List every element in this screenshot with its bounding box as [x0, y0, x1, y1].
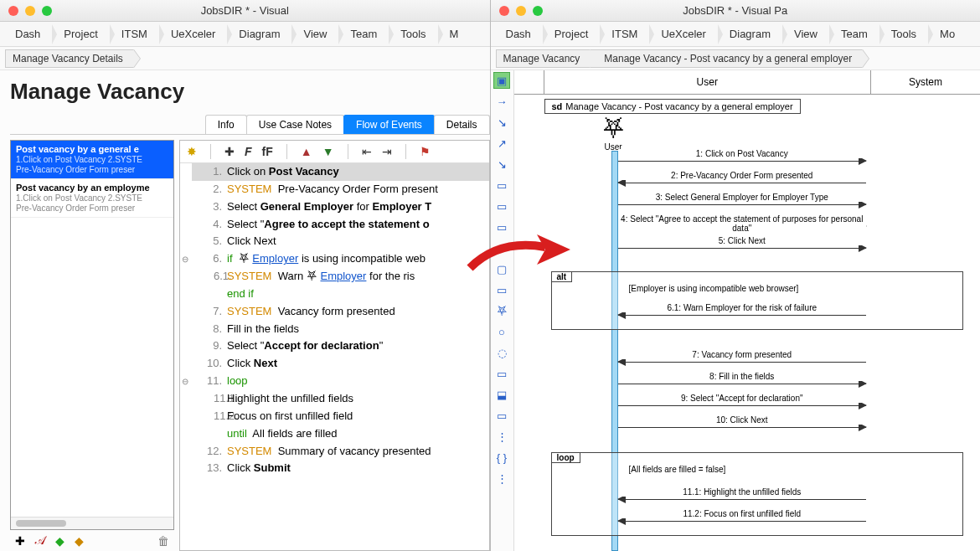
menu-team[interactable]: Team	[829, 24, 879, 44]
menu-mo[interactable]: Mo	[928, 24, 967, 44]
breadcrumb-item[interactable]: Manage Vacancy	[496, 49, 591, 68]
palette-tool-5[interactable]: ▭	[493, 177, 510, 193]
message[interactable]: 11.1: Highlight the unfilled fields	[618, 492, 867, 506]
menu-view[interactable]: View	[291, 24, 338, 44]
breadcrumb-item[interactable]: Manage Vacancy - Post vacancy by a gener…	[590, 49, 863, 68]
step-row[interactable]: 3.Select General Employer for Employer T	[192, 198, 489, 216]
lane-user: User	[544, 70, 872, 94]
step-row[interactable]: until All fields are filled	[192, 425, 489, 443]
step-row[interactable]: ⊖6.if ⛧ Employer is using incompatible w…	[192, 250, 489, 268]
close-icon[interactable]	[8, 6, 18, 16]
menu-dash[interactable]: Dash	[494, 24, 543, 44]
scenario-item[interactable]: Post vacancy by a general e1.Click on Po…	[11, 141, 173, 179]
palette-tool-10[interactable]: ▭	[493, 281, 510, 298]
menu-team[interactable]: Team	[338, 24, 389, 44]
step-row[interactable]: 5.Click Next	[192, 233, 489, 250]
indent-icon[interactable]: ⇥	[382, 145, 392, 158]
up-icon[interactable]: ▲	[301, 145, 312, 158]
menu-view[interactable]: View	[782, 24, 829, 44]
step-row[interactable]: ⊖11.loop	[192, 373, 489, 390]
message[interactable]: 8: Fill in the fields	[618, 377, 867, 390]
minimize-icon[interactable]	[516, 6, 526, 16]
step-row[interactable]: 8.Fill in the fields	[192, 321, 489, 338]
close-icon[interactable]	[499, 6, 509, 16]
down-icon[interactable]: ▼	[322, 145, 334, 158]
message[interactable]: 4: Select "Agree to accept the statement…	[618, 219, 867, 233]
palette-tool-12[interactable]: ○	[493, 323, 510, 340]
outdent-icon[interactable]: ⇤	[362, 145, 372, 158]
step-row[interactable]: 11.2.Focus on first unfilled field	[192, 408, 489, 425]
palette-tool-2[interactable]: ↘	[493, 114, 510, 131]
step-row[interactable]: 2.SYSTEM Pre-Vacancy Order Form present	[192, 181, 489, 198]
menu-uexceler[interactable]: UeXceler	[649, 24, 717, 44]
menu-dash[interactable]: Dash	[3, 24, 52, 44]
sequence-diagram[interactable]: User System sd Manage Vacancy - Post vac…	[514, 70, 981, 551]
palette-tool-15[interactable]: ⬓	[493, 386, 510, 403]
palette-tool-1[interactable]: →	[493, 93, 510, 110]
steps[interactable]: 1.Click on Post Vacancy2.SYSTEM Pre-Vaca…	[180, 163, 489, 550]
palette-tool-7[interactable]: ▭	[493, 219, 510, 235]
message[interactable]: 3: Select General Employer for Employer …	[618, 198, 867, 211]
step-row[interactable]: 11.1.Highlight the unfilled fields	[192, 390, 489, 408]
zoom-icon[interactable]	[533, 6, 543, 16]
palette-tool-3[interactable]: ↗	[493, 135, 510, 152]
tab-use-case-notes[interactable]: Use Case Notes	[246, 115, 344, 134]
menu-tools[interactable]: Tools	[389, 24, 437, 44]
palette-tool-0[interactable]: ▣	[493, 72, 510, 89]
new-icon[interactable]: ✸	[187, 145, 197, 158]
palette-tool-18[interactable]: { }	[493, 449, 510, 466]
scrollbar[interactable]	[11, 518, 173, 529]
message[interactable]: 2: Pre-Vacancy Order Form presented	[618, 176, 867, 189]
message[interactable]: 7: Vacancy form presented	[618, 355, 867, 368]
format-icon[interactable]: F	[245, 145, 252, 158]
palette-tool-16[interactable]: ▭	[493, 407, 510, 424]
menu-diagram[interactable]: Diagram	[718, 24, 782, 44]
tab-flow-of-events[interactable]: Flow of Events	[343, 115, 435, 134]
message[interactable]: 9: Select "Accept for declaration"	[618, 399, 867, 412]
step-row[interactable]: 4.Select "Agree to accept the statement …	[192, 216, 489, 234]
message[interactable]: 6.1: Warn Employer for the risk of failu…	[618, 308, 867, 322]
minimize-icon[interactable]	[25, 6, 35, 16]
zoom-icon[interactable]	[42, 6, 52, 16]
step-row[interactable]: 9.Select "Accept for declaration"	[192, 337, 489, 355]
message[interactable]: 11.2: Focus on first unfilled field	[618, 514, 867, 528]
menu-tools[interactable]: Tools	[879, 24, 928, 44]
palette-tool-19[interactable]: ⋮	[493, 470, 510, 487]
scenario-item[interactable]: Post vacancy by an employme1.Click on Po…	[11, 179, 173, 218]
palette-tool-17[interactable]: ⋮	[493, 428, 510, 445]
add-button[interactable]: ✚	[15, 534, 25, 548]
font-icon[interactable]: fF	[262, 145, 273, 158]
palette-tool-14[interactable]: ▭	[493, 365, 510, 382]
menu-itsm[interactable]: ITSM	[110, 24, 159, 44]
menu-diagram[interactable]: Diagram	[227, 24, 291, 44]
palette-tool-4[interactable]: ↘	[493, 156, 510, 173]
tab-details[interactable]: Details	[434, 115, 490, 134]
wand-icon[interactable]: 𝒜	[35, 533, 45, 548]
menu-m[interactable]: M	[438, 24, 471, 44]
palette-tool-13[interactable]: ◌	[493, 344, 510, 361]
message[interactable]: 5: Click Next	[618, 241, 867, 255]
flag-icon[interactable]: ⚑	[420, 145, 431, 158]
diamond-green-icon[interactable]: ◆	[55, 534, 64, 548]
message[interactable]: 10: Click Next	[618, 420, 867, 434]
step-row[interactable]: 10.Click Next	[192, 355, 489, 373]
step-row[interactable]: 7.SYSTEM Vacancy form presented	[192, 303, 489, 321]
breadcrumb-item[interactable]: Manage Vacancy Details	[5, 49, 134, 68]
palette-tool-6[interactable]: ▭	[493, 198, 510, 214]
palette-tool-11[interactable]: ⛧	[493, 302, 510, 319]
diamond-amber-icon[interactable]: ◆	[75, 534, 84, 548]
menu-uexceler[interactable]: UeXceler	[159, 24, 227, 44]
add-icon[interactable]: ✚	[224, 145, 235, 158]
step-row[interactable]: 1.Click on Post Vacancy	[192, 163, 489, 181]
tab-info[interactable]: Info	[205, 115, 247, 134]
step-row[interactable]: end if	[192, 286, 489, 303]
message[interactable]: 1: Click on Post Vacancy	[618, 154, 867, 167]
step-row[interactable]: 6.1.SYSTEM Warn ⛧ Employer for the ris	[192, 268, 489, 286]
menu-project[interactable]: Project	[52, 24, 109, 44]
menu-project[interactable]: Project	[543, 24, 600, 44]
step-row[interactable]: 12.SYSTEM Summary of vacancy presented	[192, 443, 489, 461]
menu-itsm[interactable]: ITSM	[600, 24, 649, 44]
trash-icon[interactable]: 🗑	[157, 534, 169, 548]
flow-editor: ✸✚FfF▲▼⇤⇥⚑ 1.Click on Post Vacancy2.SYST…	[179, 140, 490, 551]
step-row[interactable]: 13.Click Submit	[192, 460, 489, 477]
